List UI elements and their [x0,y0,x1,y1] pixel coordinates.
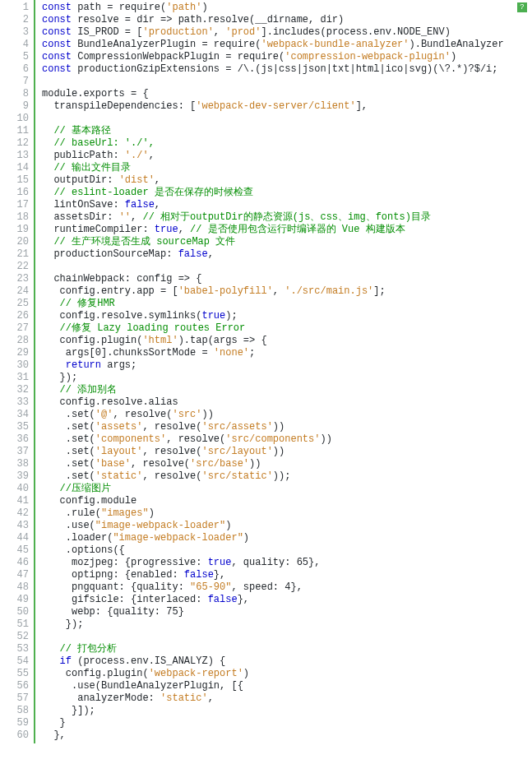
collapse-badge[interactable]: ? [517,2,527,12]
line-number: 6 [0,63,29,76]
code-line: } [42,717,532,729]
token: , resolve( [166,433,225,445]
token: // 添加别名 [60,384,118,396]
token: "image-webpack-loader" [95,520,225,531]
line-number: 59 [0,717,29,729]
token: //压缩图片 [60,483,111,494]
token: }, [238,594,249,605]
token: 'src/assets' [201,421,272,433]
token: (process.env.IS_ANALYZ) { [72,655,225,667]
token: 'webpack-report' [149,668,243,679]
token: assetsDir: [42,211,119,223]
token: 'production' [142,26,213,38]
code-line: optipng: {enabled: false}, [42,569,532,581]
code-line: config.plugin('html').tap(args => { [42,335,532,347]
line-number: 20 [0,236,29,248]
token: )) [201,409,213,420]
token [42,298,60,309]
token: , [155,174,160,186]
line-number: 14 [0,162,29,174]
code-line: // 基本路径 [42,125,532,137]
token: chainWebpack: config => { [42,273,201,285]
token: webp: {quality: 75} [42,606,184,618]
line-number: 1 [0,2,29,14]
token: .rule( [42,507,101,519]
token: // 生产环境是否生成 sourceMap 文件 [53,236,235,248]
token [42,655,60,667]
line-number: 10 [0,113,29,125]
code-line [42,113,532,125]
token: 'src/components' [225,433,320,445]
token: '@' [95,409,113,420]
line-number: 12 [0,137,29,150]
line-number: 9 [0,100,29,113]
code-line: assetsDir: '', // 相对于outputDir的静态资源(js、c… [42,211,532,224]
line-number: 54 [0,655,29,668]
token: // 输出文件目录 [53,162,131,174]
line-number: 5 [0,51,29,63]
token: BundleAnalyzerPlugin = require( [72,39,261,50]
code-line: .options({ [42,544,532,557]
line-number: 17 [0,199,29,211]
token: ) [201,2,207,13]
token: module.exports = { [42,88,149,100]
token: )) [320,433,331,445]
token: 'none' [214,347,249,359]
code-line: .use(BundleAnalyzerPlugin, [{ [42,680,532,692]
token: //修复 Lazy loading routes Error [60,322,246,334]
code-line: config.module [42,495,532,507]
token: 'webpack-bundle-analyzer' [261,39,409,50]
token [42,483,60,494]
code-line [42,76,532,88]
token: true [201,310,225,322]
token: "images" [101,507,149,519]
token: const [42,2,72,13]
line-number: 29 [0,347,29,359]
code-line: chainWebpack: config => { [42,273,532,285]
token: config.plugin( [42,668,149,679]
token: config.module [42,495,136,507]
token: const [42,39,72,50]
token: 'compression-webpack-plugin' [285,51,451,63]
token: , quality: 65}, [231,557,320,568]
code-line: .use("image-webpack-loader") [42,520,532,532]
token: true [155,224,178,235]
token: 'layout' [95,446,143,457]
token: , [214,26,225,38]
code-line: module.exports = { [42,88,532,100]
line-number: 51 [0,618,29,631]
token: , [155,199,160,211]
code-line: const IS_PROD = ['production', 'prod'].i… [42,26,532,39]
code-line: transpileDependencies: ['webpack-dev-ser… [42,100,532,113]
token: mozjpeg: {progressive: [42,557,208,568]
line-number: 52 [0,631,29,643]
line-number: 4 [0,39,29,51]
line-number: 13 [0,150,29,162]
token: publicPath: [42,150,125,161]
token: , resolve( [131,458,190,470]
token: "image-webpack-loader" [113,532,243,544]
code-line: lintOnSave: false, [42,199,532,211]
token: ).BundleAnalyzer [409,39,503,50]
token: ) [451,51,456,63]
token: config.resolve.alias [42,396,178,408]
token: const [42,63,72,75]
code-line: .rule("images") [42,507,532,520]
token [42,162,53,174]
line-number: 47 [0,569,29,581]
token: './' [125,150,149,161]
line-number: 21 [0,248,29,261]
token: , [208,248,214,260]
line-number: 3 [0,26,29,39]
token: 'html' [142,335,178,346]
token: lintOnSave: [42,199,125,211]
line-number: 30 [0,359,29,372]
code-container: ? 12345678910111213141516171819202122232… [0,0,532,743]
code-line: outputDir: 'dist', [42,174,532,187]
line-number: 11 [0,125,29,137]
token: productionGzipExtensions = /\.(js|css|js… [72,63,497,75]
code-line: const CompressionWebpackPlugin = require… [42,51,532,63]
token: }); [42,618,83,630]
token: // 相对于outputDir的静态资源(js、css、img、fonts)目录 [142,211,430,223]
token: ]; [373,285,385,297]
